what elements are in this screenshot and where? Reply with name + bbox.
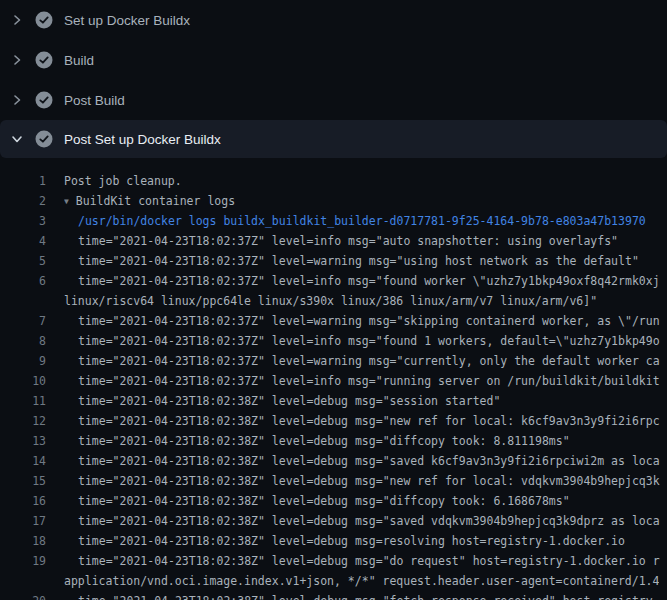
log-line-content: time="2021-04-23T18:02:38Z" level=debug … — [78, 474, 660, 488]
log-line-number[interactable]: 16 — [0, 494, 46, 508]
log-line-text: ▼time="2021-04-23T18:02:37Z" level=info … — [78, 334, 660, 348]
log-line-number[interactable]: 4 — [0, 234, 46, 248]
step-header-set-up-docker-buildx[interactable]: Set up Docker Buildx — [0, 0, 667, 40]
log-line-content: time="2021-04-23T18:02:38Z" level=debug … — [78, 594, 660, 600]
log-line: 2 ▼BuildKit container logs — [0, 191, 667, 211]
log-line-number[interactable]: 12 — [0, 414, 46, 428]
log-line-number[interactable]: 17 — [0, 514, 46, 528]
log-line-number[interactable]: 20 — [0, 594, 46, 600]
collapse-triangle-icon[interactable]: ▼ — [64, 197, 69, 206]
log-line-number[interactable]: 7 — [0, 314, 46, 328]
chevron-right-icon — [7, 54, 27, 66]
steps-list: Set up Docker Buildx Build Post Buil — [0, 0, 667, 158]
log-line-number[interactable]: 18 — [0, 534, 46, 548]
log-line-number[interactable]: 19 — [0, 554, 46, 568]
step-header-post-set-up-docker-buildx[interactable]: Post Set up Docker Buildx — [0, 120, 667, 158]
log-line-number[interactable]: 2 — [0, 194, 46, 208]
log-line-content: time="2021-04-23T18:02:37Z" level=info m… — [78, 234, 618, 248]
log-line-number[interactable]: 9 — [0, 354, 46, 368]
log-line-content: time="2021-04-23T18:02:37Z" level=warnin… — [78, 314, 660, 328]
log-line-text: ▼time="2021-04-23T18:02:37Z" level=warni… — [78, 354, 660, 368]
step-label: Build — [64, 53, 94, 68]
log-line: 5 ▼time="2021-04-23T18:02:37Z" level=war… — [0, 251, 667, 271]
log-line: 10 ▼time="2021-04-23T18:02:37Z" level=in… — [0, 371, 667, 391]
step-label: Set up Docker Buildx — [64, 13, 190, 28]
log-line-content: time="2021-04-23T18:02:38Z" level=debug … — [78, 394, 500, 408]
log-line-content: time="2021-04-23T18:02:37Z" level=info m… — [78, 274, 660, 288]
chevron-right-icon — [7, 14, 27, 26]
log-line-content: time="2021-04-23T18:02:37Z" level=warnin… — [78, 254, 639, 268]
log-line-content: time="2021-04-23T18:02:38Z" level=debug … — [78, 514, 660, 528]
log-line-text: ▼/usr/bin/docker logs buildx_buildkit_bu… — [78, 214, 646, 228]
log-line-content: time="2021-04-23T18:02:37Z" level=info m… — [78, 334, 660, 348]
log-line-number[interactable]: 14 — [0, 454, 46, 468]
log-line-content: /usr/bin/docker logs buildx_buildkit_bui… — [78, 214, 646, 228]
step-label: Post Set up Docker Buildx — [64, 132, 221, 147]
log-line: 16 ▼time="2021-04-23T18:02:38Z" level=de… — [0, 491, 667, 511]
log-line-text: ▼time="2021-04-23T18:02:37Z" level=warni… — [78, 314, 660, 328]
log-line-text: ▼time="2021-04-23T18:02:38Z" level=debug… — [78, 594, 660, 600]
log-line-text: ▼time="2021-04-23T18:02:38Z" level=debug… — [78, 514, 660, 528]
log-line-content: time="2021-04-23T18:02:38Z" level=debug … — [78, 454, 660, 468]
log-line-text: ▼time="2021-04-23T18:02:37Z" level=info … — [78, 374, 660, 388]
actions-log-panel: Set up Docker Buildx Build Post Buil — [0, 0, 667, 600]
log-line: 15 ▼time="2021-04-23T18:02:38Z" level=de… — [0, 471, 667, 491]
log-line-number[interactable]: 13 — [0, 434, 46, 448]
log-line-text: ▼application/vnd.oci.image.index.v1+json… — [64, 574, 659, 588]
chevron-right-icon — [7, 94, 27, 106]
check-circle-icon — [35, 11, 53, 29]
log-line-number[interactable]: 3 — [0, 214, 46, 228]
log-line-text: ▼time="2021-04-23T18:02:37Z" level=info … — [78, 234, 618, 248]
log-line-content: Post job cleanup. — [64, 174, 182, 188]
log-line-content: time="2021-04-23T18:02:37Z" level=info m… — [78, 374, 660, 388]
log-line-number[interactable]: 1 — [0, 174, 46, 188]
step-header-post-build[interactable]: Post Build — [0, 80, 667, 120]
log-line-text: ▼time="2021-04-23T18:02:38Z" level=debug… — [78, 394, 500, 408]
log-line: 18 ▼time="2021-04-23T18:02:38Z" level=de… — [0, 531, 667, 551]
log-line-text: ▼time="2021-04-23T18:02:37Z" level=info … — [78, 274, 660, 288]
log-line-content: linux/riscv64 linux/ppc64le linux/s390x … — [64, 294, 597, 308]
log-line-text: ▼time="2021-04-23T18:02:38Z" level=debug… — [78, 494, 570, 508]
log-line-number[interactable]: 15 — [0, 474, 46, 488]
log-line-text: ▼time="2021-04-23T18:02:38Z" level=debug… — [78, 554, 660, 568]
log-line: 7 ▼time="2021-04-23T18:02:37Z" level=war… — [0, 311, 667, 331]
log-line-text: ▼time="2021-04-23T18:02:38Z" level=debug… — [78, 534, 625, 548]
log-line-text: ▼time="2021-04-23T18:02:38Z" level=debug… — [78, 414, 660, 428]
log-line-number[interactable]: 11 — [0, 394, 46, 408]
check-circle-icon — [35, 91, 53, 109]
step-header-build[interactable]: Build — [0, 40, 667, 80]
log-line-text: ▼Post job cleanup. — [64, 174, 182, 188]
log-line-text: ▼time="2021-04-23T18:02:38Z" level=debug… — [78, 454, 660, 468]
log-line: 17 ▼time="2021-04-23T18:02:38Z" level=de… — [0, 511, 667, 531]
log-line: 6 ▼time="2021-04-23T18:02:37Z" level=inf… — [0, 271, 667, 291]
log-line: ▼application/vnd.oci.image.index.v1+json… — [0, 571, 667, 591]
log-line: 8 ▼time="2021-04-23T18:02:37Z" level=inf… — [0, 331, 667, 351]
chevron-down-icon — [7, 133, 27, 145]
log-line-text: ▼time="2021-04-23T18:02:38Z" level=debug… — [78, 474, 660, 488]
log-viewer: 1 ▼Post job cleanup. 2 ▼BuildKit contain… — [0, 158, 667, 600]
log-line-content: time="2021-04-23T18:02:38Z" level=debug … — [78, 554, 660, 568]
log-line-text: ▼linux/riscv64 linux/ppc64le linux/s390x… — [64, 294, 597, 308]
log-line: 3 ▼/usr/bin/docker logs buildx_buildkit_… — [0, 211, 667, 231]
log-line: 1 ▼Post job cleanup. — [0, 171, 667, 191]
log-line: 14 ▼time="2021-04-23T18:02:38Z" level=de… — [0, 451, 667, 471]
log-line: 12 ▼time="2021-04-23T18:02:38Z" level=de… — [0, 411, 667, 431]
log-line: 20 ▼time="2021-04-23T18:02:38Z" level=de… — [0, 591, 667, 600]
log-line: 9 ▼time="2021-04-23T18:02:37Z" level=war… — [0, 351, 667, 371]
log-line-content: time="2021-04-23T18:02:38Z" level=debug … — [78, 434, 570, 448]
log-line-number[interactable]: 10 — [0, 374, 46, 388]
log-line-text: ▼BuildKit container logs — [64, 194, 235, 208]
log-line-content: application/vnd.oci.image.index.v1+json,… — [64, 574, 659, 588]
log-line-number[interactable]: 6 — [0, 274, 46, 288]
log-line-content: time="2021-04-23T18:02:38Z" level=debug … — [78, 534, 625, 548]
log-line-number[interactable]: 8 — [0, 334, 46, 348]
log-line-text: ▼time="2021-04-23T18:02:37Z" level=warni… — [78, 254, 639, 268]
log-line-content: time="2021-04-23T18:02:37Z" level=warnin… — [78, 354, 660, 368]
log-line-number[interactable]: 5 — [0, 254, 46, 268]
step-label: Post Build — [64, 93, 125, 108]
log-line: 13 ▼time="2021-04-23T18:02:38Z" level=de… — [0, 431, 667, 451]
log-line: ▼linux/riscv64 linux/ppc64le linux/s390x… — [0, 291, 667, 311]
log-line: 19 ▼time="2021-04-23T18:02:38Z" level=de… — [0, 551, 667, 571]
log-line-content: time="2021-04-23T18:02:38Z" level=debug … — [78, 414, 660, 428]
log-line-text: ▼time="2021-04-23T18:02:38Z" level=debug… — [78, 434, 570, 448]
